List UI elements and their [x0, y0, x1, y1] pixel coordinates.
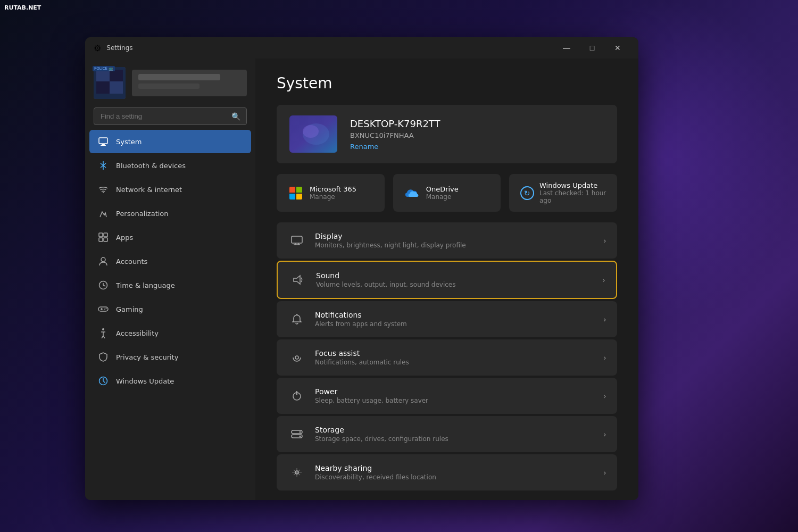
winupdate-sub: Last checked: 1 hour ago [539, 189, 606, 204]
svg-rect-11 [104, 233, 107, 237]
sidebar-item-bluetooth[interactable]: Bluetooth & devices [89, 154, 251, 177]
quick-links: Microsoft 365 Manage OneDrive Manage [277, 174, 617, 212]
winupdate-icon: ↻ [520, 185, 534, 202]
profile-area: POLICE 📺 [85, 59, 255, 103]
svg-line-17 [103, 285, 105, 286]
page-title: System [277, 74, 617, 92]
setting-row-focus[interactable]: Focus assist Notifications, automatic ru… [277, 339, 617, 376]
svg-point-39 [300, 436, 301, 437]
personalization-icon [98, 208, 109, 219]
sidebar-label-apps: Apps [116, 234, 243, 242]
titlebar-left: ⚙️ Settings [94, 43, 133, 53]
bluetooth-icon [98, 160, 109, 171]
settings-icon: ⚙️ [94, 43, 101, 53]
sidebar-item-system[interactable]: System [89, 130, 251, 153]
setting-row-storage[interactable]: Storage Storage space, drives, configura… [277, 416, 617, 452]
svg-point-38 [300, 431, 301, 433]
power-content: Power Sleep, battery usage, battery save… [315, 387, 603, 404]
avatar-container: POLICE 📺 [94, 67, 126, 99]
notifications-title: Notifications [315, 311, 603, 319]
sidebar-item-privacy[interactable]: Privacy & security [89, 345, 251, 369]
storage-title: Storage [315, 426, 603, 434]
winupdate-text: Windows Update Last checked: 1 hour ago [539, 181, 606, 204]
onedrive-icon [404, 185, 421, 202]
sidebar-item-personalization[interactable]: Personalization [89, 202, 251, 225]
quick-link-winupdate[interactable]: ↻ Windows Update Last checked: 1 hour ag… [509, 174, 617, 212]
gaming-icon [98, 304, 109, 314]
sidebar-label-network: Network & internet [116, 186, 243, 194]
svg-point-33 [295, 356, 298, 359]
nearby-content: Nearby sharing Discoverability, received… [315, 464, 603, 481]
onedrive-text: OneDrive Manage [426, 185, 459, 201]
setting-row-sound[interactable]: Sound Volume levels, output, input, soun… [277, 261, 617, 299]
display-sub: Monitors, brightness, night light, displ… [315, 242, 603, 249]
sound-content: Sound Volume levels, output, input, soun… [316, 271, 602, 288]
search-input[interactable] [94, 107, 247, 125]
quick-link-onedrive[interactable]: OneDrive Manage [393, 174, 501, 212]
nearby-title: Nearby sharing [315, 464, 603, 472]
sidebar-item-gaming[interactable]: Gaming [89, 297, 251, 321]
sound-chevron: › [602, 275, 605, 285]
nearby-icon [287, 463, 306, 482]
titlebar-title: Settings [106, 44, 132, 52]
svg-rect-13 [104, 238, 107, 242]
device-name: DESKTOP-K79R2TT [350, 118, 604, 129]
main-content: System [255, 59, 638, 500]
nearby-sub: Discoverability, received files location [315, 473, 603, 481]
svg-rect-25 [289, 115, 337, 153]
focus-sub: Notifications, automatic rules [315, 359, 603, 366]
svg-rect-5 [99, 138, 107, 144]
sidebar-item-network[interactable]: Network & internet [89, 178, 251, 201]
sidebar-item-accounts[interactable]: Accounts [89, 250, 251, 273]
update-icon [98, 376, 109, 386]
svg-rect-18 [98, 307, 108, 311]
power-sub: Sleep, battery usage, battery saver [315, 397, 603, 404]
focus-chevron: › [603, 353, 606, 363]
watermark: RUTAB.NET [4, 4, 41, 11]
privacy-icon [98, 352, 109, 362]
device-id: BXNUC10i7FNHAA [350, 131, 604, 139]
display-chevron: › [603, 236, 606, 246]
svg-rect-1 [96, 70, 110, 81]
sound-title: Sound [316, 271, 602, 280]
sidebar: POLICE 📺 🔍 [85, 59, 255, 500]
system-icon [98, 136, 109, 147]
svg-point-21 [104, 309, 105, 310]
sidebar-nav: System Bluetooth & devices [85, 129, 255, 393]
svg-point-14 [101, 257, 105, 262]
rename-link[interactable]: Rename [350, 143, 604, 151]
setting-row-nearby[interactable]: Nearby sharing Discoverability, received… [277, 454, 617, 491]
display-title: Display [315, 232, 603, 240]
sidebar-label-gaming: Gaming [116, 305, 243, 313]
sidebar-label-time: Time & language [116, 281, 243, 289]
profile-name [132, 70, 247, 96]
svg-marker-32 [294, 276, 300, 284]
window-body: POLICE 📺 🔍 [85, 59, 638, 500]
svg-rect-12 [99, 238, 103, 242]
notifications-icon [287, 310, 306, 329]
minimize-button[interactable]: — [554, 40, 579, 56]
sidebar-label-bluetooth: Bluetooth & devices [116, 162, 243, 170]
time-icon [98, 280, 109, 290]
svg-rect-2 [110, 70, 123, 81]
maximize-button[interactable]: □ [580, 40, 604, 56]
sidebar-item-apps[interactable]: Apps [89, 226, 251, 249]
search-icon: 🔍 [231, 112, 240, 121]
focus-content: Focus assist Notifications, automatic ru… [315, 349, 603, 366]
power-title: Power [315, 387, 603, 396]
notifications-content: Notifications Alerts from apps and syste… [315, 311, 603, 328]
close-button[interactable]: ✕ [605, 40, 630, 56]
setting-row-display[interactable]: Display Monitors, brightness, night ligh… [277, 222, 617, 259]
sidebar-item-accessibility[interactable]: Accessibility [89, 321, 251, 345]
sidebar-item-update[interactable]: Windows Update [89, 369, 251, 393]
svg-point-22 [106, 308, 107, 309]
setting-row-notifications[interactable]: Notifications Alerts from apps and syste… [277, 301, 617, 337]
power-icon [287, 386, 306, 405]
sidebar-item-time[interactable]: Time & language [89, 273, 251, 297]
device-card: DESKTOP-K79R2TT BXNUC10i7FNHAA Rename [277, 105, 617, 163]
storage-sub: Storage space, drives, configuration rul… [315, 435, 603, 443]
setting-row-power[interactable]: Power Sleep, battery usage, battery save… [277, 378, 617, 414]
sidebar-label-accounts: Accounts [116, 257, 243, 265]
svg-point-9 [103, 192, 104, 193]
quick-link-ms365[interactable]: Microsoft 365 Manage [277, 174, 385, 212]
